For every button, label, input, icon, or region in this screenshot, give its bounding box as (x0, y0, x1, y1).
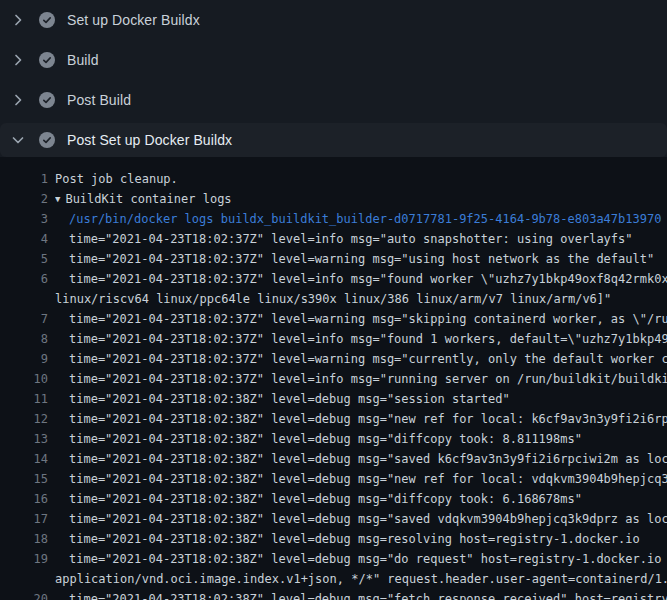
log-line-text: time="2021-04-23T18:02:38Z" level=debug … (55, 529, 640, 549)
log-line: 8 time="2021-04-23T18:02:37Z" level=info… (0, 329, 667, 349)
log-line: 19 time="2021-04-23T18:02:38Z" level=deb… (0, 549, 667, 569)
step-label: Set up Docker Buildx (67, 12, 200, 28)
log-line-number[interactable]: 4 (0, 229, 48, 249)
log-line-text: time="2021-04-23T18:02:38Z" level=debug … (55, 429, 582, 449)
log-line-number[interactable]: 15 (0, 469, 48, 489)
log-line-number[interactable]: 1 (0, 169, 48, 189)
log-line: 20 time="2021-04-23T18:02:38Z" level=deb… (0, 589, 667, 600)
disclosure-triangle-icon: ▼ (55, 189, 60, 209)
step-set-up-docker-buildx[interactable]: Set up Docker Buildx (0, 0, 667, 40)
log-panel: 1 Post job cleanup. 2 ▼BuildKit containe… (0, 160, 667, 600)
log-line-number[interactable]: 19 (0, 549, 48, 569)
log-line-text: time="2021-04-23T18:02:38Z" level=debug … (55, 449, 667, 469)
log-line-text: time="2021-04-23T18:02:38Z" level=debug … (55, 509, 667, 529)
log-line: 3 /usr/bin/docker logs buildx_buildkit_b… (0, 209, 667, 229)
log-line: 17 time="2021-04-23T18:02:38Z" level=deb… (0, 509, 667, 529)
log-line-number[interactable]: 2 (0, 189, 48, 209)
log-line: 5 time="2021-04-23T18:02:37Z" level=warn… (0, 249, 667, 269)
log-line-text: application/vnd.oci.image.index.v1+json,… (55, 569, 667, 589)
check-circle-icon (39, 52, 55, 68)
step-label: Build (67, 52, 99, 68)
log-line: linux/riscv64 linux/ppc64le linux/s390x … (0, 289, 667, 309)
log-line: 12 time="2021-04-23T18:02:38Z" level=deb… (0, 409, 667, 429)
log-line: 10 time="2021-04-23T18:02:37Z" level=inf… (0, 369, 667, 389)
log-line: 7 time="2021-04-23T18:02:37Z" level=warn… (0, 309, 667, 329)
log-line: 9 time="2021-04-23T18:02:37Z" level=warn… (0, 349, 667, 369)
log-line: 18 time="2021-04-23T18:02:38Z" level=deb… (0, 529, 667, 549)
log-line-number[interactable]: 6 (0, 269, 48, 289)
log-line-number[interactable]: 18 (0, 529, 48, 549)
log-line-text[interactable]: ▼BuildKit container logs (55, 189, 232, 210)
log-line-text: time="2021-04-23T18:02:38Z" level=debug … (55, 549, 667, 569)
log-line-text: linux/riscv64 linux/ppc64le linux/s390x … (55, 289, 611, 309)
log-line-number[interactable]: 12 (0, 409, 48, 429)
log-line-number[interactable]: 20 (0, 589, 48, 600)
step-post-set-up-docker-buildx[interactable]: Post Set up Docker Buildx (0, 123, 667, 157)
log-line-text: time="2021-04-23T18:02:37Z" level=info m… (55, 369, 667, 389)
log-line: 2 ▼BuildKit container logs (0, 189, 667, 209)
log-line: 11 time="2021-04-23T18:02:38Z" level=deb… (0, 389, 667, 409)
log-line-number[interactable]: 7 (0, 309, 48, 329)
check-circle-icon (39, 12, 55, 28)
log-line: 4 time="2021-04-23T18:02:37Z" level=info… (0, 229, 667, 249)
log-line: 14 time="2021-04-23T18:02:38Z" level=deb… (0, 449, 667, 469)
chevron-right-icon[interactable] (10, 52, 26, 68)
log-lines: 1 Post job cleanup. 2 ▼BuildKit containe… (0, 169, 667, 600)
chevron-down-icon[interactable] (10, 132, 26, 148)
log-line: 1 Post job cleanup. (0, 169, 667, 189)
log-line-number[interactable]: 13 (0, 429, 48, 449)
log-line-number[interactable]: 3 (0, 209, 48, 229)
log-line-text: time="2021-04-23T18:02:38Z" level=debug … (55, 469, 667, 489)
log-line-number[interactable]: 11 (0, 389, 48, 409)
log-line: 16 time="2021-04-23T18:02:38Z" level=deb… (0, 489, 667, 509)
log-line: application/vnd.oci.image.index.v1+json,… (0, 569, 667, 589)
check-circle-icon (39, 132, 55, 148)
step-post-build[interactable]: Post Build (0, 80, 667, 120)
chevron-right-icon[interactable] (10, 92, 26, 108)
log-line-number[interactable]: 10 (0, 369, 48, 389)
log-line-text: time="2021-04-23T18:02:37Z" level=warnin… (55, 309, 667, 329)
log-line-number[interactable]: 17 (0, 509, 48, 529)
log-line-text: time="2021-04-23T18:02:37Z" level=warnin… (55, 249, 654, 269)
log-line-number[interactable]: 8 (0, 329, 48, 349)
log-line-number[interactable]: 9 (0, 349, 48, 369)
log-line-text: time="2021-04-23T18:02:38Z" level=debug … (55, 489, 582, 509)
log-line: 15 time="2021-04-23T18:02:38Z" level=deb… (0, 469, 667, 489)
chevron-right-icon[interactable] (10, 12, 26, 28)
log-line-number[interactable]: 5 (0, 249, 48, 269)
log-line-text: time="2021-04-23T18:02:38Z" level=debug … (55, 389, 510, 409)
log-line-text: time="2021-04-23T18:02:37Z" level=warnin… (55, 349, 667, 369)
log-line-text: time="2021-04-23T18:02:37Z" level=info m… (55, 269, 667, 289)
log-line-text: Post job cleanup. (55, 169, 178, 189)
log-line-number[interactable]: 14 (0, 449, 48, 469)
log-line-text: time="2021-04-23T18:02:38Z" level=debug … (55, 589, 667, 600)
step-label: Post Set up Docker Buildx (67, 132, 232, 148)
steps-list: Set up Docker Buildx Build Post Build Po… (0, 0, 667, 157)
step-build[interactable]: Build (0, 40, 667, 80)
log-line: 13 time="2021-04-23T18:02:38Z" level=deb… (0, 429, 667, 449)
log-line-text: time="2021-04-23T18:02:37Z" level=info m… (55, 229, 633, 249)
step-label: Post Build (67, 92, 131, 108)
log-line-text: time="2021-04-23T18:02:37Z" level=info m… (55, 329, 667, 349)
check-circle-icon (39, 92, 55, 108)
log-line-text: time="2021-04-23T18:02:38Z" level=debug … (55, 409, 667, 429)
log-line-number[interactable]: 16 (0, 489, 48, 509)
log-line: 6 time="2021-04-23T18:02:37Z" level=info… (0, 269, 667, 289)
log-line-text: /usr/bin/docker logs buildx_buildkit_bui… (55, 209, 661, 229)
